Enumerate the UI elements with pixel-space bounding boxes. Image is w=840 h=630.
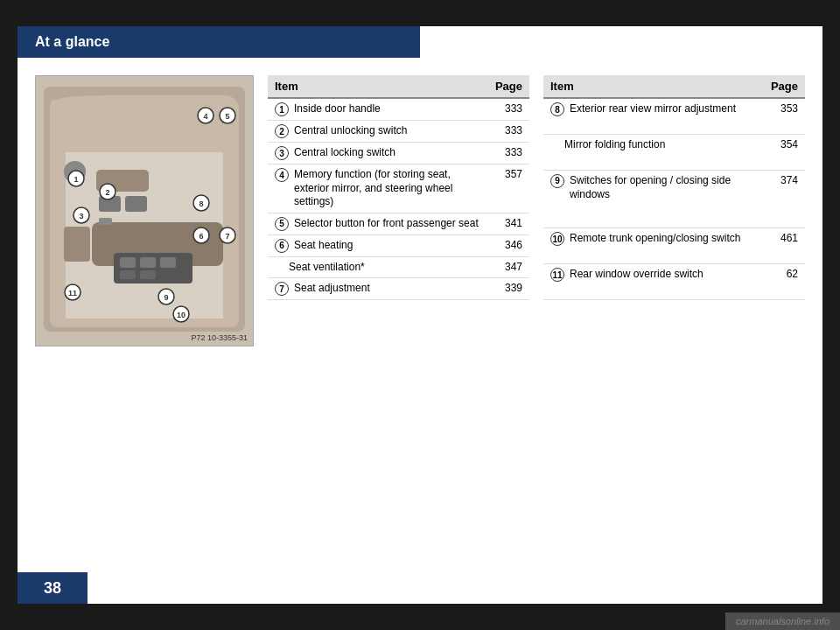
table-row: 10Remote trunk opening/closing switch 46… [543, 228, 805, 264]
table-row: 3Central locking switch 333 [268, 143, 529, 164]
item-num-11: 11 [550, 268, 564, 282]
svg-text:9: 9 [164, 293, 168, 302]
svg-text:10: 10 [177, 311, 186, 319]
table-row: Seat ventilation* 347 [268, 256, 529, 278]
table-row: 4Memory function (for storing seat, exte… [268, 164, 529, 214]
svg-text:11: 11 [68, 289, 77, 298]
svg-rect-4 [140, 257, 156, 268]
main-content: At a glance [18, 26, 822, 604]
svg-rect-10 [125, 196, 147, 212]
table-row: 5Selector button for front passenger sea… [268, 213, 529, 234]
svg-text:8: 8 [199, 200, 203, 208]
table-row: 7Seat adjustment 339 [268, 278, 529, 300]
item-num-10: 10 [550, 232, 564, 246]
table-row: 1Inside door handle 333 [268, 98, 529, 121]
watermark: carmanualsonline.info [725, 612, 840, 630]
page-number-bar: 38 [18, 572, 88, 604]
tables-area: Item Page 1Inside door handle 333 2Centr… [268, 75, 805, 300]
content-area: 1 2 3 4 5 6 [18, 58, 822, 364]
table2-item-header: Item [543, 75, 764, 98]
table-row: 8Exterior rear view mirror adjustment 35… [543, 98, 805, 135]
item-num-4: 4 [275, 168, 289, 182]
table-row: 9Switches for opening / closing side win… [543, 170, 805, 228]
svg-text:2: 2 [105, 188, 109, 197]
table-2: Item Page 8Exterior rear view mirror adj… [543, 75, 805, 300]
table-row: 6Seat heating 346 [268, 234, 529, 256]
item-num-9: 9 [550, 174, 564, 188]
svg-text:7: 7 [225, 232, 229, 241]
image-caption: P72 10-3355-31 [191, 333, 248, 342]
item-num-8: 8 [550, 102, 564, 116]
table1-item-header: Item [268, 75, 488, 98]
item-num-5: 5 [275, 217, 289, 231]
svg-rect-5 [160, 257, 176, 268]
svg-text:5: 5 [225, 112, 229, 121]
item-num-1: 1 [275, 102, 289, 116]
table-row: Mirror folding function 354 [543, 135, 805, 170]
svg-rect-12 [64, 227, 90, 262]
item-num-7: 7 [275, 282, 289, 296]
item-num-6: 6 [275, 239, 289, 253]
table2-page-header: Page [764, 75, 805, 98]
svg-rect-6 [120, 270, 136, 279]
svg-rect-7 [140, 270, 156, 279]
door-diagram: 1 2 3 4 5 6 [39, 82, 249, 340]
svg-rect-3 [120, 257, 136, 268]
svg-text:6: 6 [199, 232, 203, 241]
page-title: At a glance [35, 34, 109, 50]
svg-rect-11 [99, 218, 112, 225]
item-num-2: 2 [275, 124, 289, 138]
door-image: 1 2 3 4 5 6 [35, 75, 254, 346]
header-bar: At a glance [18, 26, 420, 58]
table-row: 11Rear window override switch 62 [543, 264, 805, 300]
table-row: 2Central unlocking switch 333 [268, 121, 529, 143]
table1-page-header: Page [488, 75, 529, 98]
svg-text:1: 1 [74, 175, 78, 184]
item-num-3: 3 [275, 146, 289, 160]
image-placeholder: 1 2 3 4 5 6 [36, 76, 253, 346]
page-number: 38 [44, 579, 61, 598]
svg-text:3: 3 [79, 212, 83, 220]
table-1: Item Page 1Inside door handle 333 2Centr… [268, 75, 529, 300]
svg-text:4: 4 [203, 112, 207, 121]
